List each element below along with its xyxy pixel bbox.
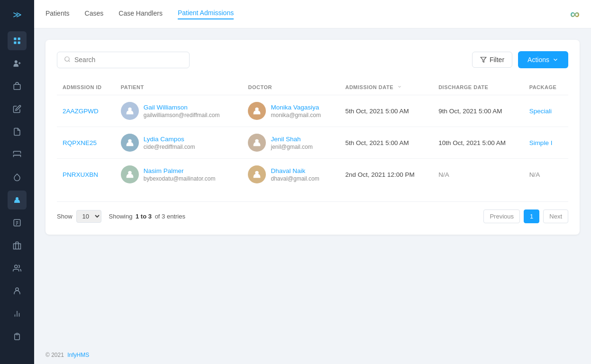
edit-icon[interactable] [8, 100, 27, 118]
actions-button[interactable]: Actions [518, 51, 568, 68]
cell-discharge-date: 9th Oct, 2021 5:00 AM [433, 95, 523, 127]
doctor-avatar [248, 134, 266, 152]
report-icon[interactable] [8, 213, 27, 232]
cell-admission-id[interactable]: PNRXUXBN [57, 159, 115, 191]
patient-avatar [121, 102, 139, 120]
search-icon [64, 56, 71, 64]
cell-admission-date: 5th Oct, 2021 5:00 AM [339, 127, 433, 159]
chart-icon[interactable] [8, 304, 27, 323]
document-icon[interactable] [8, 122, 27, 141]
footer: © 2021 InfyHMS [34, 346, 591, 364]
patient-name[interactable]: Nasim Palmer [144, 167, 216, 174]
dashboard-icon[interactable] [8, 31, 27, 50]
main-content: Patients Cases Case Handlers Patient Adm… [34, 0, 591, 364]
patient-info: Nasim Palmer bybexodatu@mailinator.com [144, 167, 216, 182]
svg-rect-12 [14, 244, 21, 249]
user2-icon[interactable] [8, 282, 27, 300]
sort-icon [397, 84, 402, 89]
svg-rect-0 [14, 37, 16, 40]
patient-email: cide@rediffmail.com [144, 144, 195, 150]
logo: ∞ [570, 7, 580, 22]
table-row: RQPXNE25 Lydia Campos cide@rediffmail.co… [57, 127, 568, 159]
entries-info: Showing 1 to 3 of 3 entries [109, 213, 185, 220]
patient-avatar [121, 134, 139, 152]
patient-avatar [121, 165, 139, 183]
nav-cases[interactable]: Cases [85, 9, 104, 19]
table-header: ADMISSION ID PATIENT DOCTOR ADMISSION DA… [57, 80, 568, 95]
col-admission-date[interactable]: ADMISSION DATE [339, 80, 433, 95]
patient-email: gailwilliamson@rediffmail.com [144, 112, 220, 118]
doctor-name[interactable]: Dhaval Naik [271, 167, 319, 174]
filter-icon [480, 56, 487, 63]
doctor-avatar [248, 165, 266, 183]
col-patient: PATIENT [115, 80, 243, 95]
page-1-button[interactable]: 1 [524, 209, 539, 223]
toolbar-right: Filter Actions [472, 51, 568, 68]
cell-doctor: Jenil Shah jenil@gmail.com [242, 127, 339, 159]
doctor-email: jenil@gmail.com [271, 144, 312, 150]
cell-package: N/A [524, 159, 568, 191]
patient-email: bybexodatu@mailinator.com [144, 175, 216, 182]
patient-info: Gail Williamson gailwilliamson@rediffmai… [144, 104, 220, 118]
table-row: 2AAZGPWD Gail Williamson gailwilliamson@… [57, 95, 568, 127]
doctor-avatar [248, 102, 266, 120]
cell-admission-id[interactable]: RQPXNE25 [57, 127, 115, 159]
doctor-email: dhaval@gmail.com [271, 175, 319, 182]
doctor-info: Monika Vagasiya monika@gmail.com [271, 104, 321, 118]
svg-rect-18 [16, 333, 18, 335]
cell-patient: Nasim Palmer bybexodatu@mailinator.com [115, 159, 243, 191]
page-content: Filter Actions ADMISSION ID PATIENT DOCT… [34, 28, 591, 346]
svg-line-20 [69, 60, 70, 62]
patient-info: Lydia Campos cide@rediffmail.com [144, 136, 195, 150]
cell-patient: Lydia Campos cide@rediffmail.com [115, 127, 243, 159]
table-row: PNRXUXBN Nasim Palmer bybexodatu@mailina… [57, 159, 568, 191]
nav-links: Patients Cases Case Handlers Patient Adm… [45, 9, 234, 19]
search-input[interactable] [74, 56, 182, 64]
patients-icon[interactable] [8, 54, 27, 73]
previous-button[interactable]: Previous [483, 209, 520, 223]
sidebar-toggle[interactable]: ≫ [9, 6, 26, 24]
nav-patients[interactable]: Patients [45, 9, 70, 19]
nav-patient-admissions[interactable]: Patient Admissions [178, 9, 234, 19]
col-admission-id: ADMISSION ID [57, 80, 115, 95]
col-package: PACKAGE [524, 80, 568, 95]
cell-package[interactable]: Speciali [524, 95, 568, 127]
show-entries: Show 10 25 50 [57, 210, 101, 223]
clipboard-icon[interactable] [8, 327, 27, 346]
svg-rect-3 [18, 42, 20, 44]
cell-discharge-date: 10th Oct, 2021 5:00 AM [433, 127, 523, 159]
cell-doctor: Dhaval Naik dhaval@gmail.com [242, 159, 339, 191]
doctor-name[interactable]: Monika Vagasiya [271, 104, 321, 111]
admissions-card: Filter Actions ADMISSION ID PATIENT DOCT… [45, 40, 580, 235]
pagination-nav: Previous 1 Next [483, 209, 568, 223]
drop-icon[interactable] [8, 168, 27, 187]
svg-rect-2 [14, 42, 16, 44]
doctor-name[interactable]: Jenil Shah [271, 136, 312, 143]
cell-doctor: Monika Vagasiya monika@gmail.com [242, 95, 339, 127]
patient-name[interactable]: Lydia Campos [144, 136, 195, 143]
doctor-email: monika@gmail.com [271, 112, 321, 118]
cell-patient: Gail Williamson gailwilliamson@rediffmai… [115, 95, 243, 127]
filter-button[interactable]: Filter [472, 52, 512, 68]
entries-per-page-select[interactable]: 10 25 50 [76, 210, 101, 223]
building-icon[interactable] [8, 236, 27, 255]
bed-icon[interactable] [8, 145, 27, 164]
user-medical-icon[interactable] [8, 191, 27, 209]
svg-point-14 [16, 288, 18, 291]
pagination-bar: Show 10 25 50 Showing 1 to 3 of 3 entrie… [57, 201, 568, 223]
col-doctor: DOCTOR [242, 80, 339, 95]
patient-name[interactable]: Gail Williamson [144, 104, 220, 111]
cell-admission-date: 2nd Oct, 2021 12:00 PM [339, 159, 433, 191]
top-navigation: Patients Cases Case Handlers Patient Adm… [34, 0, 591, 28]
team-icon[interactable] [8, 259, 27, 278]
cell-admission-date: 5th Oct, 2021 5:00 AM [339, 95, 433, 127]
nav-case-handlers[interactable]: Case Handlers [118, 9, 163, 19]
doctor-info: Jenil Shah jenil@gmail.com [271, 136, 312, 150]
cell-admission-id[interactable]: 2AAZGPWD [57, 95, 115, 127]
cell-package[interactable]: Simple I [524, 127, 568, 159]
cases-icon[interactable] [8, 77, 27, 96]
search-box[interactable] [57, 52, 190, 68]
chevron-down-icon [552, 56, 559, 63]
next-button[interactable]: Next [543, 209, 568, 223]
table-body: 2AAZGPWD Gail Williamson gailwilliamson@… [57, 95, 568, 191]
